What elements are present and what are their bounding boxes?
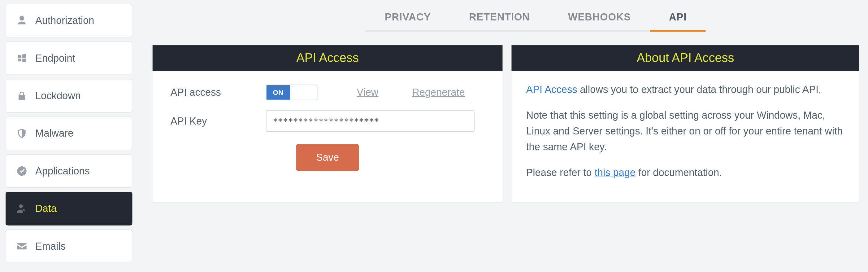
sidebar-item-label: Lockdown bbox=[35, 90, 81, 101]
main: PRIVACY RETENTION WEBHOOKS API API Acces… bbox=[153, 4, 868, 202]
toggle-on-text: ON bbox=[267, 85, 290, 100]
tab-webhooks[interactable]: WEBHOOKS bbox=[549, 4, 650, 32]
panel-title: API Access bbox=[153, 45, 503, 71]
api-access-label: API access bbox=[170, 86, 266, 98]
about-p3-pre: Please refer to bbox=[526, 167, 595, 178]
tab-api[interactable]: API bbox=[650, 4, 706, 32]
about-p3: Please refer to this page for documentat… bbox=[526, 165, 845, 181]
about-p3-post: for documentation. bbox=[636, 167, 722, 178]
sidebar-item-label: Applications bbox=[35, 165, 90, 177]
about-p1: API Access allows you to extract your da… bbox=[526, 82, 845, 98]
tab-privacy[interactable]: PRIVACY bbox=[366, 4, 450, 32]
sidebar-item-label: Data bbox=[35, 203, 57, 214]
check-circle-icon bbox=[16, 165, 27, 177]
sidebar-item-authorization[interactable]: Authorization bbox=[6, 4, 132, 37]
about-highlight: API Access bbox=[526, 84, 577, 95]
save-button[interactable]: Save bbox=[296, 144, 359, 171]
sidebar-item-emails[interactable]: Emails bbox=[6, 229, 132, 263]
regenerate-link[interactable]: Regenerate bbox=[412, 86, 465, 98]
sidebar-item-label: Authorization bbox=[35, 14, 94, 26]
api-key-field[interactable] bbox=[266, 110, 474, 132]
sidebar-item-malware[interactable]: Malware bbox=[6, 117, 132, 150]
sidebar-item-label: Endpoint bbox=[35, 52, 75, 64]
panel-api-access: API Access API access ON View Regenerate… bbox=[153, 45, 503, 202]
lock-icon bbox=[16, 90, 27, 101]
user-icon bbox=[16, 15, 27, 26]
sidebar: Authorization Endpoint Lockdown Malware … bbox=[6, 4, 132, 263]
windows-icon bbox=[16, 53, 27, 64]
sidebar-item-applications[interactable]: Applications bbox=[6, 154, 132, 188]
view-link[interactable]: View bbox=[356, 86, 378, 98]
sidebar-item-endpoint[interactable]: Endpoint bbox=[6, 41, 132, 75]
about-p2: Note that this setting is a global setti… bbox=[526, 108, 845, 155]
sidebar-item-data[interactable]: Data bbox=[6, 192, 132, 225]
sidebar-item-lockdown[interactable]: Lockdown bbox=[6, 79, 132, 113]
api-access-toggle[interactable]: ON bbox=[266, 85, 318, 100]
sidebar-item-label: Malware bbox=[35, 128, 73, 140]
user-x-icon bbox=[16, 203, 27, 214]
api-key-label: API Key bbox=[170, 115, 266, 127]
docs-link[interactable]: this page bbox=[595, 167, 636, 178]
sidebar-item-label: Emails bbox=[35, 240, 66, 252]
tab-retention[interactable]: RETENTION bbox=[450, 4, 549, 32]
envelope-icon bbox=[16, 241, 27, 252]
panel-about-api: About API Access API Access allows you t… bbox=[512, 45, 859, 202]
shield-icon bbox=[16, 128, 27, 139]
about-p1-rest: allows you to extract your data through … bbox=[577, 84, 822, 95]
tabs: PRIVACY RETENTION WEBHOOKS API bbox=[366, 4, 868, 32]
panel-title: About API Access bbox=[512, 45, 859, 71]
